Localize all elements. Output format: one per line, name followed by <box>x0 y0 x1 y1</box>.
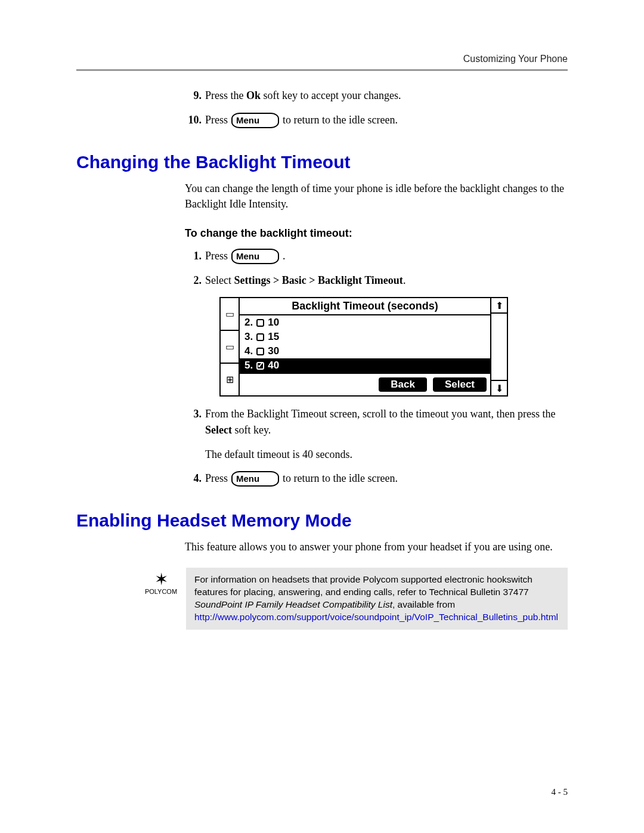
row-value: 40 <box>268 360 279 371</box>
phone-scrollbar: ⬆ ⬇ <box>490 298 507 395</box>
menu-key-icon: Menu <box>231 249 279 264</box>
step-text: Press <box>205 112 228 128</box>
heading-headset-memory: Enabling Headset Memory Mode <box>76 510 568 531</box>
paragraph: This feature allows you to answer your p… <box>185 539 568 555</box>
heading-backlight-timeout: Changing the Backlight Timeout <box>76 152 568 172</box>
row-value: 30 <box>268 345 279 357</box>
step-text: soft key. <box>232 424 271 436</box>
menu-path: Settings > Basic > Backlight Timeout <box>234 274 402 286</box>
step-number: 1. <box>185 248 202 264</box>
paragraph: You can change the length of time your p… <box>185 181 568 212</box>
softkey-back: Back <box>379 377 427 392</box>
step-text: From the Backlight Timeout screen, scrol… <box>205 408 555 420</box>
bstep-2: 2. Select Settings > Basic > Backlight T… <box>185 272 568 289</box>
step-number: 3. <box>185 406 202 422</box>
side-icon: ▭ <box>221 331 239 364</box>
polycom-logo-text: POLYCOM <box>143 588 179 595</box>
step-text: . <box>403 274 406 286</box>
step-text: to return to the idle screen. <box>283 470 398 487</box>
side-icon: ⊞ <box>221 364 239 395</box>
procedure-heading: To change the backlight timeout: <box>185 227 568 240</box>
step-10: 10. Press Menu to return to the idle scr… <box>185 112 568 128</box>
step-text: Select <box>205 274 234 286</box>
phone-screenshot: ▭ ▭ ⊞ Backlight Timeout (seconds) 2.103.… <box>219 297 508 397</box>
scroll-up-icon: ⬆ <box>490 297 508 314</box>
radio-checked-icon <box>256 362 264 370</box>
row-index: 4. <box>244 345 253 357</box>
step-text: soft key to accept your changes. <box>261 89 401 101</box>
step-text: Press the <box>205 89 246 101</box>
note-text: , available from <box>392 599 455 609</box>
step-number: 9. <box>185 88 202 104</box>
note-box: For information on headsets that provide… <box>186 568 568 630</box>
phone-list: 2.103.154.305.40 <box>240 315 490 373</box>
select-key-label: Select <box>205 424 232 436</box>
phone-list-row: 4.30 <box>240 344 490 358</box>
step-text: Press <box>205 470 228 487</box>
paragraph: The default timeout is 40 seconds. <box>205 447 568 462</box>
ok-key-label: Ok <box>246 89 261 101</box>
note-text: For information on headsets that provide… <box>194 574 532 597</box>
polycom-logo: ✶ POLYCOM <box>143 568 179 595</box>
step-text: . <box>283 248 286 264</box>
softkey-select: Select <box>433 377 487 392</box>
row-index: 3. <box>244 331 253 343</box>
note-link[interactable]: http://www.polycom.com/support/voice/sou… <box>194 612 558 622</box>
phone-list-row: 5.40 <box>240 358 490 373</box>
phone-title: Backlight Timeout (seconds) <box>240 298 490 315</box>
page-header-section: Customizing Your Phone <box>76 54 568 64</box>
note-italic: SoundPoint IP Family Headset Compatibili… <box>194 599 392 609</box>
step-number: 2. <box>185 272 202 289</box>
page-footer: 4 - 5 <box>552 787 568 797</box>
phone-list-row: 2.10 <box>240 315 490 330</box>
step-text: Press <box>205 248 228 264</box>
step-9: 9. Press the Ok soft key to accept your … <box>185 88 568 104</box>
bstep-1: 1. Press Menu . <box>185 248 568 264</box>
header-rule <box>76 69 568 71</box>
polycom-mark-icon: ✶ <box>143 571 179 588</box>
side-icon: ▭ <box>221 298 239 331</box>
bstep-3: 3. From the Backlight Timeout screen, sc… <box>185 406 568 438</box>
row-index: 5. <box>244 360 253 371</box>
menu-key-icon: Menu <box>231 471 279 487</box>
radio-icon <box>256 348 264 355</box>
bstep-4: 4. Press Menu to return to the idle scre… <box>185 470 568 487</box>
step-number: 4. <box>185 470 202 487</box>
row-value: 10 <box>268 317 279 329</box>
note-block: ✶ POLYCOM For information on headsets th… <box>143 568 568 630</box>
step-text: to return to the idle screen. <box>283 112 398 128</box>
row-value: 15 <box>268 331 279 343</box>
scroll-down-icon: ⬇ <box>490 380 508 397</box>
menu-key-icon: Menu <box>231 113 279 128</box>
phone-list-row: 3.15 <box>240 330 490 344</box>
radio-icon <box>256 319 264 327</box>
phone-side-icons: ▭ ▭ ⊞ <box>221 298 240 395</box>
step-number: 10. <box>185 112 202 128</box>
row-index: 2. <box>244 317 253 329</box>
radio-icon <box>256 333 264 341</box>
